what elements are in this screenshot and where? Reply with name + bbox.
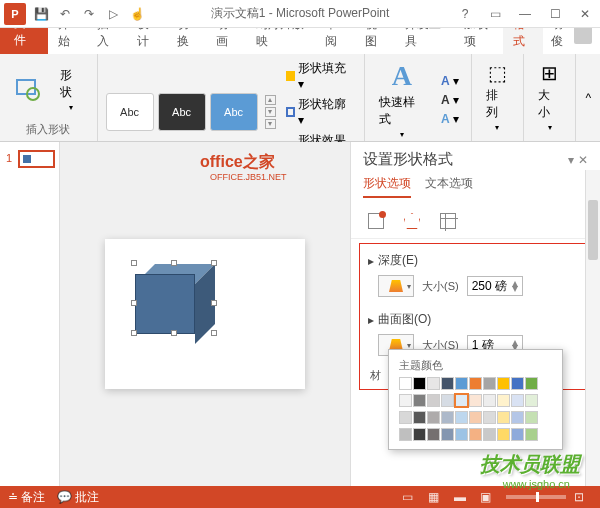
depth-size-input[interactable]: 250 磅▴▾	[467, 276, 523, 296]
theme-colors-label: 主题颜色	[395, 356, 556, 375]
ribbon-tabs: 文件 开始 插入 设计 切换 动画 幻灯片放映 审阅 视图 开发工具 加载项 格…	[0, 28, 600, 54]
color-swatch[interactable]	[427, 377, 440, 390]
gallery-more[interactable]: ▾	[265, 119, 276, 129]
color-swatch[interactable]	[413, 411, 426, 424]
slide-thumbnails: 1	[0, 142, 60, 486]
color-swatch[interactable]	[441, 428, 454, 441]
wordart-icon: A	[392, 60, 412, 92]
color-swatch[interactable]	[511, 411, 524, 424]
maximize-button[interactable]: ☐	[540, 0, 570, 28]
color-swatch[interactable]	[469, 428, 482, 441]
size-properties-icon[interactable]	[437, 210, 459, 232]
fill-line-icon[interactable]	[365, 210, 387, 232]
color-swatch[interactable]	[441, 394, 454, 407]
color-swatch[interactable]	[427, 411, 440, 424]
color-swatch[interactable]	[469, 394, 482, 407]
color-picker-popup: 主题颜色	[388, 349, 563, 450]
contour-section-header[interactable]: ▸ 曲面图(O)	[368, 309, 585, 330]
color-swatch[interactable]	[413, 377, 426, 390]
color-swatch[interactable]	[441, 377, 454, 390]
style-preset-2[interactable]: Abc	[158, 93, 206, 131]
collapse-ribbon-button[interactable]: ^	[576, 54, 600, 141]
pane-scrollbar[interactable]	[585, 170, 600, 486]
text-outline-button[interactable]: A▾	[437, 91, 463, 109]
normal-view-button[interactable]: ▭	[402, 490, 420, 504]
style-preset-1[interactable]: Abc	[106, 93, 154, 131]
start-slideshow-button[interactable]: ▷	[102, 3, 124, 25]
effects-icon[interactable]	[401, 210, 423, 232]
reading-view-button[interactable]: ▬	[454, 490, 472, 504]
shape-style-gallery: Abc Abc Abc ▴▾▾	[106, 93, 276, 131]
slide-canvas: office之家 OFFICE.JB51.NET	[60, 142, 350, 486]
color-swatch[interactable]	[413, 428, 426, 441]
depth-section-header[interactable]: ▸ 深度(E)	[368, 250, 585, 271]
color-swatch[interactable]	[399, 411, 412, 424]
redo-button[interactable]: ↷	[78, 3, 100, 25]
arrange-button[interactable]: ⬚排列▾	[480, 59, 515, 134]
save-button[interactable]: 💾	[30, 3, 52, 25]
color-swatch[interactable]	[399, 394, 412, 407]
color-swatch[interactable]	[525, 377, 538, 390]
color-swatch[interactable]	[427, 394, 440, 407]
color-swatch[interactable]	[483, 377, 496, 390]
color-swatch[interactable]	[511, 394, 524, 407]
slideshow-view-button[interactable]: ▣	[480, 490, 498, 504]
slide-thumbnail-1[interactable]: 1	[18, 150, 55, 168]
color-swatch[interactable]	[455, 377, 468, 390]
color-swatch[interactable]	[525, 411, 538, 424]
color-swatch[interactable]	[455, 411, 468, 424]
size-button[interactable]: ⊞大小▾	[532, 59, 567, 134]
color-swatch[interactable]	[497, 428, 510, 441]
color-swatch[interactable]	[497, 377, 510, 390]
fit-window-button[interactable]: ⊡	[574, 490, 592, 504]
ribbon-options-button[interactable]: ▭	[480, 0, 510, 28]
sorter-view-button[interactable]: ▦	[428, 490, 446, 504]
shape-outline-button[interactable]: 形状轮廓 ▾	[282, 94, 356, 129]
pane-menu-button[interactable]: ▾	[568, 153, 574, 167]
color-swatch[interactable]	[469, 377, 482, 390]
color-swatch[interactable]	[511, 377, 524, 390]
shapes-gallery-button[interactable]	[8, 73, 48, 105]
help-button[interactable]: ?	[450, 0, 480, 28]
gallery-up[interactable]: ▴	[265, 95, 276, 105]
cube-shape[interactable]	[135, 274, 205, 344]
color-swatch[interactable]	[511, 428, 524, 441]
color-swatch[interactable]	[441, 411, 454, 424]
zoom-slider[interactable]	[506, 495, 566, 499]
color-swatch[interactable]	[427, 428, 440, 441]
shapes-dropdown[interactable]: 形状▾	[54, 65, 89, 114]
text-effects-button[interactable]: A▾	[437, 110, 463, 128]
style-preset-3[interactable]: Abc	[210, 93, 258, 131]
close-button[interactable]: ✕	[570, 0, 600, 28]
color-swatch[interactable]	[399, 377, 412, 390]
color-swatch[interactable]	[497, 411, 510, 424]
pane-tab-text-options[interactable]: 文本选项	[425, 175, 473, 198]
color-swatch[interactable]	[483, 411, 496, 424]
watermark-text: office之家	[200, 152, 275, 173]
color-swatch[interactable]	[483, 428, 496, 441]
slide[interactable]	[105, 239, 305, 389]
color-swatch[interactable]	[399, 428, 412, 441]
pane-title: 设置形状格式	[363, 150, 453, 169]
pane-tab-shape-options[interactable]: 形状选项	[363, 175, 411, 198]
color-swatch[interactable]	[525, 428, 538, 441]
undo-button[interactable]: ↶	[54, 3, 76, 25]
text-fill-button[interactable]: A▾	[437, 72, 463, 90]
color-swatch[interactable]	[469, 411, 482, 424]
color-swatch[interactable]	[455, 428, 468, 441]
shape-fill-button[interactable]: 形状填充 ▾	[282, 58, 356, 93]
pane-close-button[interactable]: ✕	[578, 153, 588, 167]
wordart-quick-styles[interactable]: A快速样式▾	[373, 58, 431, 141]
gallery-down[interactable]: ▾	[265, 107, 276, 117]
minimize-button[interactable]: —	[510, 0, 540, 28]
comments-button[interactable]: 💬 批注	[57, 489, 99, 506]
notes-button[interactable]: ≐ 备注	[8, 489, 45, 506]
quick-access-toolbar: 💾 ↶ ↷ ▷ ☝	[30, 3, 148, 25]
color-swatch[interactable]	[413, 394, 426, 407]
color-swatch[interactable]	[483, 394, 496, 407]
color-swatch[interactable]	[497, 394, 510, 407]
color-swatch[interactable]	[525, 394, 538, 407]
depth-color-button[interactable]	[378, 275, 414, 297]
color-swatch[interactable]	[455, 394, 468, 407]
touch-mode-button[interactable]: ☝	[126, 3, 148, 25]
